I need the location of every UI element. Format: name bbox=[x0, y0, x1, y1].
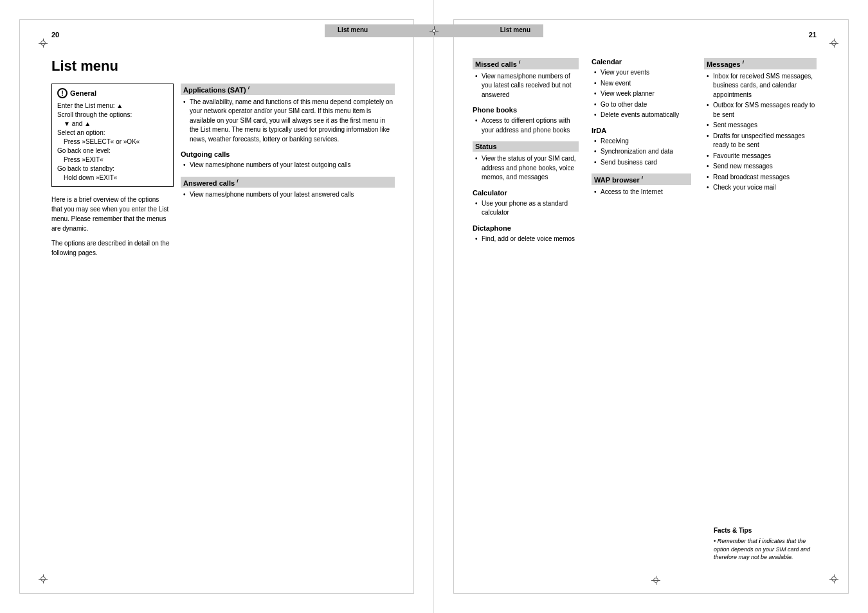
answered-calls-sim-icon: i bbox=[237, 178, 238, 184]
general-box-header: ! General bbox=[57, 88, 168, 98]
right-col-2: Calendar View your events New event View… bbox=[592, 58, 691, 245]
status-heading: Status bbox=[473, 141, 579, 152]
status-list: View the status of your SIM card, addres… bbox=[473, 154, 579, 182]
outgoing-calls-item-1: View names/phone numbers of your latest … bbox=[181, 161, 395, 170]
general-title: General bbox=[70, 89, 96, 97]
messages-list: Inbox for received SMS messages, busines… bbox=[704, 72, 817, 193]
calendar-item-4: Go to other date bbox=[592, 100, 691, 110]
page-right: 21 Missed c bbox=[434, 0, 868, 613]
header-bar: List menu List menu bbox=[325, 24, 543, 37]
general-box: ! General Enter the List menu: ▲ Scroll … bbox=[51, 84, 174, 187]
facts-tips-title: Facts & Tips bbox=[714, 526, 817, 535]
left-body-p1: Here is a brief overview of the options … bbox=[51, 195, 170, 233]
answered-calls-heading: Answered calls i bbox=[181, 177, 395, 188]
missed-calls-sim-icon: i bbox=[519, 59, 520, 65]
calendar-list: View your events New event View week pla… bbox=[592, 68, 691, 120]
missed-calls-heading: Missed calls i bbox=[473, 58, 579, 69]
calendar-item-2: New event bbox=[592, 79, 691, 89]
calculator-list: Use your phone as a standard calculator bbox=[473, 199, 579, 218]
messages-item-8: Check your voice mail bbox=[704, 183, 817, 193]
general-item-1: Enter the List menu: ▲ bbox=[57, 102, 168, 111]
calendar-item-3: View week planner bbox=[592, 89, 691, 99]
facts-tips-body: • Remember that i indicates that the opt… bbox=[714, 537, 817, 562]
general-item-3: Select an option: bbox=[57, 129, 168, 138]
messages-item-7: Read broadcast messages bbox=[704, 173, 817, 182]
right-col-1: Missed calls i View names/phone numbers … bbox=[473, 58, 579, 245]
phone-books-heading: Phone books bbox=[473, 106, 579, 114]
messages-heading: Messages i bbox=[704, 58, 817, 69]
general-item-5: Go back to standby: bbox=[57, 164, 168, 173]
messages-item-6: Send new messages bbox=[704, 162, 817, 172]
messages-item-2: Outbox for SMS messages ready to be sent bbox=[704, 101, 817, 120]
irda-item-1: Receiving bbox=[592, 137, 691, 147]
header-crosshair bbox=[429, 26, 439, 35]
irda-list: Receiving Synchronization and data Send … bbox=[592, 137, 691, 168]
outgoing-calls-list: View names/phone numbers of your latest … bbox=[181, 161, 395, 170]
left-sidebar: ! General Enter the List menu: ▲ Scroll … bbox=[51, 84, 170, 263]
applications-list: The availability, name and functions of … bbox=[181, 98, 395, 145]
wap-sim-icon: i bbox=[642, 175, 643, 181]
header-left: List menu bbox=[338, 26, 368, 35]
applications-item-1: The availability, name and functions of … bbox=[181, 98, 395, 145]
applications-heading: Applications (SAT) i bbox=[181, 84, 395, 95]
phone-books-item-1: Access to different options with your ad… bbox=[473, 116, 579, 135]
general-body: Enter the List menu: ▲ Scroll through th… bbox=[57, 102, 168, 182]
left-body-p2: The options are described in detail on t… bbox=[51, 238, 170, 258]
page-number-left: 20 bbox=[51, 31, 59, 39]
dictaphone-item-1: Find, add or delete voice memos bbox=[473, 235, 579, 244]
irda-item-3: Send business card bbox=[592, 158, 691, 168]
general-item-4b: Press »EXIT« bbox=[57, 155, 168, 164]
right-columns: Missed calls i View names/phone numbers … bbox=[473, 58, 817, 245]
messages-item-1: Inbox for received SMS messages, busines… bbox=[704, 72, 817, 100]
left-body: Here is a brief overview of the options … bbox=[51, 195, 170, 258]
general-item-5b: Hold down »EXIT« bbox=[57, 173, 168, 182]
phone-books-list: Access to different options with your ad… bbox=[473, 116, 579, 135]
left-main: Applications (SAT) i The availability, n… bbox=[181, 84, 395, 263]
general-item-4: Go back one level: bbox=[57, 147, 168, 155]
facts-tips: Facts & Tips • Remember that i indicates… bbox=[714, 526, 817, 562]
general-item-3b: Press »SELECT« or »OK« bbox=[57, 138, 168, 147]
answered-calls-list: View names/phone numbers of your latest … bbox=[181, 190, 395, 200]
messages-sim-icon: i bbox=[743, 59, 744, 65]
outgoing-calls-heading: Outgoing calls bbox=[181, 150, 395, 158]
facts-sim-icon: i bbox=[759, 538, 761, 544]
messages-item-5: Favourite messages bbox=[704, 152, 817, 161]
header-right: List menu bbox=[500, 26, 530, 35]
calendar-heading: Calendar bbox=[592, 58, 691, 66]
page-left: 20 List menu ! General bbox=[0, 0, 434, 613]
general-item-2b: ▼ and ▲ bbox=[57, 120, 168, 129]
messages-item-4: Drafts for unspecified messages ready to… bbox=[704, 132, 817, 150]
messages-item-3: Sent messages bbox=[704, 121, 817, 130]
right-page-content: Missed calls i View names/phone numbers … bbox=[473, 58, 817, 245]
wap-item-1: Access to the Internet bbox=[592, 188, 691, 197]
calendar-item-1: View your events bbox=[592, 68, 691, 78]
calculator-item-1: Use your phone as a standard calculator bbox=[473, 199, 579, 218]
general-icon: ! bbox=[57, 88, 68, 98]
dictaphone-list: Find, add or delete voice memos bbox=[473, 235, 579, 244]
page-number-right: 21 bbox=[809, 31, 817, 39]
irda-item-2: Synchronization and data bbox=[592, 147, 691, 157]
calculator-heading: Calculator bbox=[473, 189, 579, 197]
wap-browser-list: Access to the Internet bbox=[592, 188, 691, 197]
applications-sim-icon: i bbox=[248, 85, 249, 91]
calendar-item-5: Delete events automatically bbox=[592, 111, 691, 120]
main-title: List menu bbox=[51, 58, 395, 75]
dictaphone-heading: Dictaphone bbox=[473, 224, 579, 232]
status-item-1: View the status of your SIM card, addres… bbox=[473, 154, 579, 182]
irda-heading: IrDA bbox=[592, 127, 691, 134]
right-col-3: Messages i Inbox for received SMS messag… bbox=[704, 58, 817, 245]
missed-calls-list: View names/phone numbers of you latest c… bbox=[473, 72, 579, 100]
wap-browser-heading: WAP browser i bbox=[592, 173, 691, 185]
page-container: 20 List menu ! General bbox=[0, 0, 868, 613]
missed-calls-item-1: View names/phone numbers of you latest c… bbox=[473, 72, 579, 100]
answered-calls-item-1: View names/phone numbers of your latest … bbox=[181, 190, 395, 200]
left-page-inner: ! General Enter the List menu: ▲ Scroll … bbox=[51, 84, 395, 263]
general-item-2: Scroll through the options: bbox=[57, 111, 168, 120]
